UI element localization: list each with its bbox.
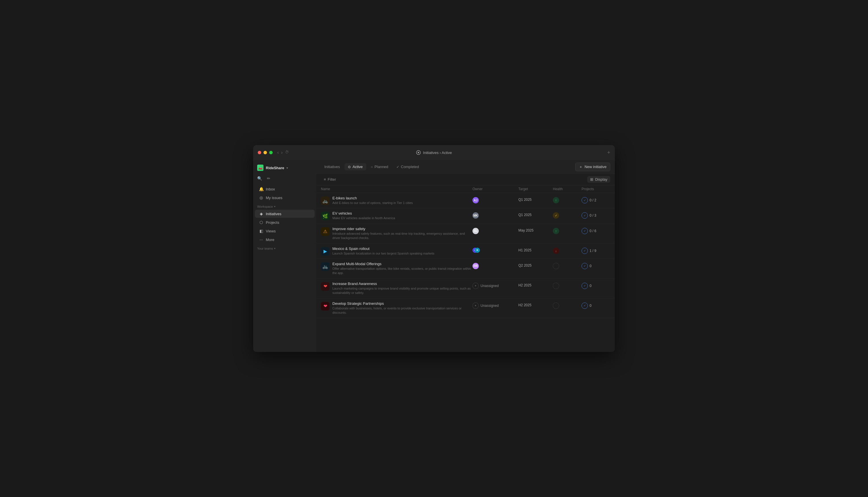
unassigned-icon: ✦	[472, 283, 479, 289]
new-initiative-label: New initiative	[584, 165, 606, 169]
projects-col: ✓ 0 / 2	[582, 196, 610, 203]
initiative-title: Improve rider safety	[333, 227, 472, 231]
sidebar-item-more[interactable]: ··· More	[255, 236, 314, 244]
initiative-description: Launch marketing campaigns to improve br…	[333, 286, 472, 295]
planned-tab-icon: ○	[371, 165, 373, 169]
table-row[interactable]: 🌿 EV vehicles Make EV vehicles available…	[316, 208, 615, 224]
workspace-caret-icon: ▾	[274, 205, 276, 208]
owner-col: SL	[472, 227, 518, 234]
health-on-track-icon: ↑	[553, 197, 559, 203]
initiative-name-col: ❤ Increase Brand Awareness Launch market…	[321, 282, 472, 295]
sidebar-item-label: Inbox	[266, 187, 275, 191]
minimize-button[interactable]	[264, 151, 267, 154]
sidebar-item-projects[interactable]: ⬡ Projects	[255, 218, 314, 226]
filter-icon: ≡	[324, 177, 326, 182]
initiative-name-col: ⚠ Improve rider safety Introduce advance…	[321, 227, 472, 240]
col-target-header: Target	[518, 187, 553, 191]
projects-col: ✓ 0 / 3	[582, 211, 610, 218]
table-row[interactable]: ❤ Develop Strategic Partnerships Collabo…	[316, 298, 615, 318]
history-button[interactable]: ⏱	[285, 150, 289, 155]
toolbar: ≡ Filter ⊞ Display	[316, 174, 615, 185]
app-icon	[416, 150, 421, 155]
health-col: ✓	[553, 211, 582, 218]
tab-initiatives-label: Initiatives	[324, 165, 340, 169]
table-row[interactable]: ⚠ Improve rider safety Introduce advance…	[316, 224, 615, 244]
filter-label: Filter	[328, 177, 336, 182]
projects-badge: ✓	[582, 212, 588, 218]
tab-planned[interactable]: ○ Planned	[367, 163, 392, 170]
initiative-icon: 🚲	[321, 262, 329, 271]
sidebar-item-label: Initiatives	[266, 212, 281, 216]
avatar: MK	[472, 212, 479, 218]
health-col: ↑	[553, 227, 582, 234]
projects-count: 0	[590, 264, 592, 268]
initiative-text: Expand Multi-Modal Offerings Offer alter…	[333, 262, 472, 275]
teams-caret-icon: ▾	[274, 247, 276, 250]
maximize-button[interactable]	[269, 151, 273, 154]
forward-button[interactable]: ›	[281, 150, 282, 155]
initiatives-list: 🚲 E-bikes launch Add E-bikes to our suit…	[316, 193, 615, 352]
projects-col: ✓ 0	[582, 262, 610, 269]
projects-badge: ✓	[582, 283, 588, 289]
table-row[interactable]: 🚲 E-bikes launch Add E-bikes to our suit…	[316, 193, 615, 208]
close-button[interactable]	[258, 151, 261, 154]
back-button[interactable]: ‹	[277, 150, 279, 155]
more-icon: ···	[259, 237, 264, 242]
projects-badge: ✓	[582, 263, 588, 269]
sidebar-item-inbox[interactable]: 🔔 Inbox	[255, 185, 314, 193]
tab-completed[interactable]: ✓ Completed	[393, 163, 423, 170]
health-col: ↑	[553, 196, 582, 203]
sidebar-item-views[interactable]: ◧ Views	[255, 227, 314, 235]
nav-buttons: ‹ › ⏱	[277, 150, 289, 155]
owner-name: Unassigned	[481, 284, 499, 288]
compose-button[interactable]: ✏	[265, 174, 273, 182]
avatar: AJ	[472, 197, 479, 203]
search-button[interactable]: 🔍	[255, 174, 264, 182]
tab-active-label: Active	[352, 165, 363, 169]
avatar: SL	[472, 228, 479, 234]
initiative-text: EV vehicles Make EV vehicles available i…	[333, 211, 395, 221]
owner-col: A B	[472, 246, 518, 254]
initiative-description: Introduce advanced safety features, such…	[333, 231, 472, 240]
initiative-description: Add E-bikes to our suite of options, sta…	[333, 201, 413, 205]
owner-col: MK	[472, 211, 518, 218]
display-label: Display	[595, 177, 607, 182]
target-col: H1 2025	[518, 246, 553, 252]
completed-tab-icon: ✓	[396, 165, 399, 169]
my-issues-icon: ◎	[259, 195, 264, 200]
owner-col: ✦ Unassigned	[472, 282, 518, 289]
projects-col: ✓ 0	[582, 301, 610, 309]
initiative-text: Develop Strategic Partnerships Collabora…	[333, 301, 472, 315]
col-name-header: Name	[321, 187, 472, 191]
filter-button[interactable]: ≡ Filter	[321, 176, 339, 183]
owner-name: Unassigned	[481, 304, 499, 308]
sidebar-item-initiatives[interactable]: ◈ Initiatives	[255, 210, 314, 218]
app-window: ‹ › ⏱ Initiatives › Active + 🚗 RideShare…	[253, 145, 615, 352]
table-row[interactable]: ▶ Mexico & Spain rollout Launch Spanish …	[316, 244, 615, 259]
display-button[interactable]: ⊞ Display	[587, 176, 610, 183]
workspace-header[interactable]: 🚗 RideShare ▾	[253, 162, 316, 173]
sidebar-item-label: My issues	[266, 196, 282, 200]
sidebar-item-my-issues[interactable]: ◎ My issues	[255, 194, 314, 202]
new-initiative-button[interactable]: ＋ New initiative	[575, 162, 610, 171]
target-col: Q1 2025	[518, 211, 553, 217]
workspace-section-label: Workspace ▾	[253, 202, 316, 210]
initiative-icon: ❤	[321, 282, 329, 291]
target-col: May 2025	[518, 227, 553, 232]
health-col	[553, 262, 582, 269]
workspace-avatar: 🚗	[257, 165, 264, 171]
table-row[interactable]: 🚲 Expand Multi-Modal Offerings Offer alt…	[316, 259, 615, 279]
initiative-description: Collaborate with businesses, hotels, or …	[333, 306, 472, 315]
tab-initiatives[interactable]: Initiatives	[321, 163, 343, 170]
target-col: Q2 2025	[518, 262, 553, 268]
display-icon: ⊞	[590, 177, 593, 182]
initiative-text: Mexico & Spain rollout Launch Spanish lo…	[333, 246, 434, 256]
owner-col: AJ	[472, 196, 518, 203]
table-row[interactable]: ❤ Increase Brand Awareness Launch market…	[316, 279, 615, 298]
initiative-icon: 🌿	[321, 212, 329, 221]
tab-active[interactable]: ⊙ Active	[344, 163, 366, 170]
health-col	[553, 301, 582, 309]
owner-col: RB	[472, 262, 518, 269]
projects-badge: ✓	[582, 302, 588, 309]
add-button[interactable]: +	[607, 150, 610, 156]
